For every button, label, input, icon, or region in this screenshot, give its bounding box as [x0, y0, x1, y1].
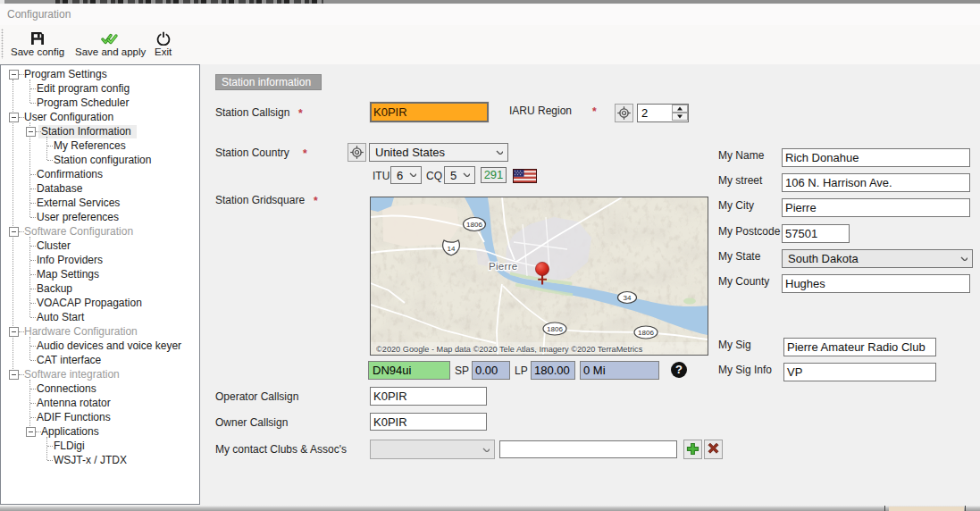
svg-text:Pierre: Pierre	[489, 261, 517, 272]
svg-text:1806: 1806	[547, 325, 563, 333]
svg-text:©2020 Google - Map data ©2020: ©2020 Google - Map data ©2020 Tele Atlas…	[376, 345, 643, 354]
svg-text:34: 34	[624, 294, 632, 302]
svg-text:1806: 1806	[466, 221, 482, 229]
svg-text:14: 14	[448, 245, 456, 253]
svg-text:1806: 1806	[638, 329, 654, 337]
